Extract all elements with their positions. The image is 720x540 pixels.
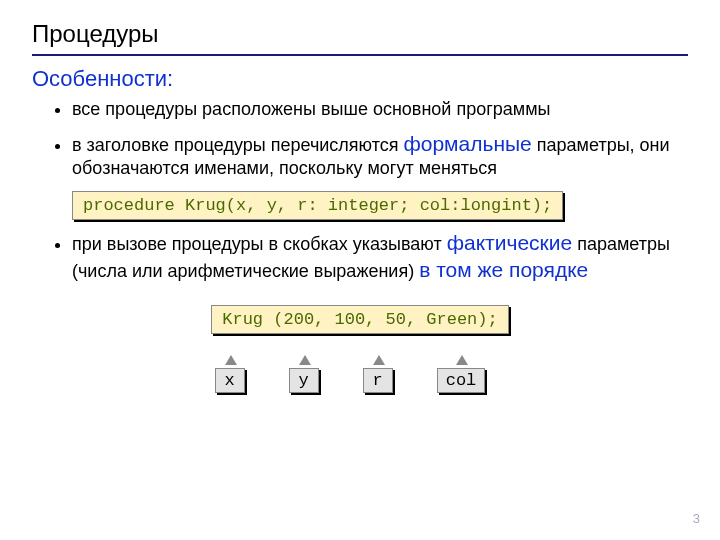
text-fragment: в заголовке процедуры перечисляются	[72, 135, 403, 155]
param-label-y: y	[289, 368, 319, 393]
term-formal: формальные	[403, 132, 531, 155]
slide-title: Процедуры	[32, 20, 688, 56]
code-block-declaration: procedure Krug(x, y, r: integer; col:lon…	[72, 189, 688, 230]
parameter-labels-row: x y r col	[12, 368, 688, 393]
code-text: procedure Krug(x, y, r: integer; col:lon…	[72, 191, 563, 220]
param-label-x: x	[215, 368, 245, 393]
page-number: 3	[693, 511, 700, 526]
list-item: в заголовке процедуры перечисляются форм…	[72, 131, 688, 180]
text-fragment: при вызове процедуры в скобках указывают	[72, 234, 447, 254]
section-subhead: Особенности:	[32, 66, 688, 92]
term-actual: фактические	[447, 231, 572, 254]
features-list: все процедуры расположены выше основной …	[32, 98, 688, 179]
list-item: при вызове процедуры в скобках указывают…	[72, 230, 688, 283]
term-order: в том же порядке	[419, 258, 588, 281]
features-list-continued: при вызове процедуры в скобках указывают…	[32, 230, 688, 283]
code-text: Krug (200, 100, 50, Green);	[211, 305, 508, 334]
list-item: все процедуры расположены выше основной …	[72, 98, 688, 121]
param-label-r: r	[363, 368, 393, 393]
code-block-call: Krug (200, 100, 50, Green); x y r col	[32, 303, 688, 393]
param-label-col: col	[437, 368, 486, 393]
